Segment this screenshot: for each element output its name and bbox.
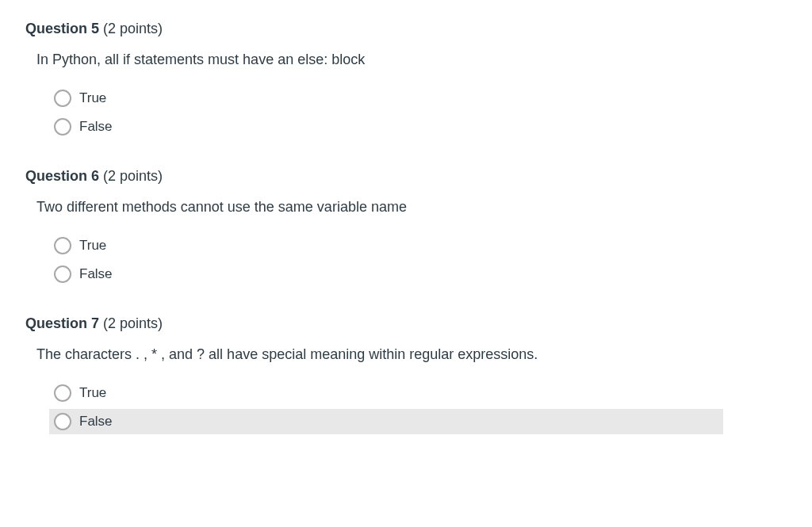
radio-icon[interactable]: [54, 413, 71, 430]
option-label: False: [79, 265, 113, 284]
option-label: False: [79, 117, 113, 136]
question-label-prefix: Question: [25, 21, 87, 36]
option-true[interactable]: True: [49, 380, 787, 406]
question-header: Question 6 (2 points): [25, 166, 787, 186]
option-true[interactable]: True: [49, 86, 787, 111]
option-label: True: [79, 384, 106, 403]
question-text: In Python, all if statements must have a…: [36, 50, 787, 70]
radio-icon[interactable]: [54, 90, 71, 107]
options-group: True False: [49, 380, 787, 434]
question-block-6: Question 6 (2 points) Two different meth…: [25, 166, 787, 287]
option-true[interactable]: True: [49, 233, 787, 258]
option-false[interactable]: False: [49, 262, 787, 287]
options-group: True False: [49, 86, 787, 139]
question-block-5: Question 5 (2 points) In Python, all if …: [25, 19, 787, 139]
option-label: False: [79, 412, 113, 431]
question-block-7: Question 7 (2 points) The characters . ,…: [25, 314, 787, 434]
question-points: (2 points): [99, 168, 163, 184]
question-text: The characters . , * , and ? all have sp…: [36, 345, 787, 365]
radio-icon[interactable]: [54, 265, 71, 283]
option-false[interactable]: False: [49, 409, 723, 434]
option-label: True: [79, 89, 106, 108]
radio-icon[interactable]: [54, 237, 71, 254]
radio-icon[interactable]: [54, 118, 71, 136]
options-group: True False: [49, 233, 787, 287]
option-false[interactable]: False: [49, 114, 787, 139]
question-label-prefix: Question: [25, 315, 87, 331]
radio-icon[interactable]: [54, 384, 71, 402]
question-text: Two different methods cannot use the sam…: [36, 197, 787, 217]
question-header: Question 5 (2 points): [25, 19, 787, 39]
question-label-prefix: Question: [25, 168, 87, 184]
question-number: 5: [91, 21, 99, 36]
question-number: 6: [91, 168, 99, 184]
question-number: 7: [91, 315, 99, 331]
option-label: True: [79, 236, 106, 255]
question-points: (2 points): [99, 315, 163, 331]
question-points: (2 points): [99, 21, 163, 36]
question-header: Question 7 (2 points): [25, 314, 787, 334]
